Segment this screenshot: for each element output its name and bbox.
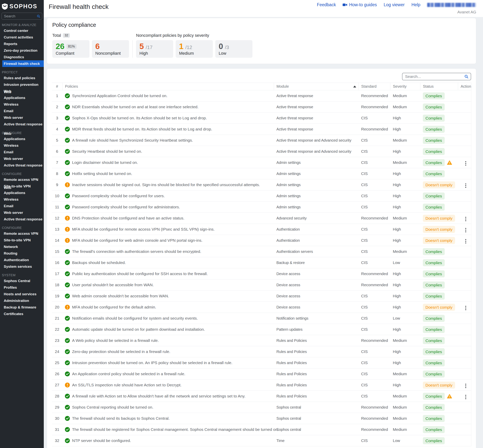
sidebar-item-active-threat-response[interactable]: Active threat response	[0, 216, 44, 223]
table-row: 2 NDR Essentials should be turned on and…	[52, 101, 471, 112]
standard-cell: CIS	[359, 201, 390, 213]
sidebar-item-profiles[interactable]: Profiles	[0, 284, 44, 291]
sidebar: SOPHOS MONITOR & ANALYZEControl centerCu…	[0, 0, 44, 448]
status-badge: Complies	[423, 259, 445, 266]
sidebar-item-email[interactable]: Email	[0, 149, 44, 155]
status-badge: Doesn't comply	[423, 304, 455, 311]
sidebar-item-site-to-site-vpn[interactable]: Site-to-site VPN Web	[0, 183, 44, 190]
alert-circle-icon	[65, 182, 70, 187]
kebab-menu-icon[interactable]	[464, 305, 467, 311]
sidebar-item-email[interactable]: Email	[0, 203, 44, 209]
sidebar-item-routing[interactable]: Routing	[0, 250, 44, 257]
column-header-severity[interactable]: Severity	[390, 83, 420, 90]
severity-cell: Low	[390, 313, 420, 324]
sidebar-item-zero-day-protection[interactable]: Zero-day protection	[0, 47, 44, 54]
policy-text: MFA should be configured for remote acce…	[72, 227, 215, 232]
column-header-module[interactable]: Module	[274, 83, 359, 90]
kebab-menu-icon[interactable]	[464, 383, 467, 389]
table-row: 23 A Web policy should be selected in a …	[52, 335, 471, 346]
severity-cell: Medium	[390, 424, 420, 435]
sidebar-item-rules-and-policies[interactable]: Rules and policies	[0, 75, 44, 81]
sidebar-item-remote-access-vpn[interactable]: Remote access VPN	[0, 176, 44, 183]
sidebar-item-active-threat-response[interactable]: Active threat response	[0, 162, 44, 168]
status-badge: Complies	[423, 337, 445, 344]
column-header-status[interactable]: Status	[420, 83, 458, 90]
sidebar-item-wireless[interactable]: Wireless	[0, 101, 44, 108]
row-number: 14	[52, 235, 62, 246]
sidebar-item-remote-access-vpn[interactable]: Remote access VPN	[0, 230, 44, 237]
sidebar-item-wireless[interactable]: Wireless	[0, 142, 44, 149]
header-link-help[interactable]: Help	[411, 2, 420, 7]
column-header-policies[interactable]: Policies	[62, 83, 274, 90]
kebab-menu-icon[interactable]	[464, 182, 467, 189]
sidebar-search[interactable]	[1, 13, 42, 20]
column-header-standard[interactable]: Standard	[359, 83, 390, 90]
policy-text: Backups should be scheduled.	[72, 260, 126, 265]
status-badge: Complies	[423, 293, 445, 300]
row-number: 21	[52, 313, 62, 324]
sidebar-item-web-server[interactable]: Web server	[0, 114, 44, 121]
table-search[interactable]	[402, 73, 471, 80]
standard-cell: CIS	[359, 391, 390, 402]
status-badge: Complies	[423, 437, 445, 444]
sidebar-item-backup-firmware[interactable]: Backup & firmware	[0, 304, 44, 311]
sidebar-item-web-server[interactable]: Web server	[0, 209, 44, 216]
sidebar-item-web[interactable]: Web Web	[0, 88, 44, 95]
user-email-redacted[interactable]	[427, 3, 476, 7]
row-number: 29	[52, 402, 62, 413]
status-badge: Complies	[423, 248, 445, 255]
sidebar-item-sophos-central[interactable]: Sophos Central	[0, 278, 44, 284]
sidebar-item-intrusion-prevention[interactable]: Intrusion prevention	[0, 81, 44, 88]
kebab-menu-icon[interactable]	[464, 160, 467, 167]
policy-text: Web admin console shouldn't be accessibl…	[72, 294, 169, 298]
total-label: Total	[52, 33, 61, 38]
sidebar-item-site-to-site-vpn[interactable]: Site-to-site VPN	[0, 237, 44, 243]
table-row: 25 Intrusion prevention should be turned…	[52, 357, 471, 368]
status-badge: Doesn't comply	[423, 181, 455, 188]
sidebar-item-wireless[interactable]: Wireless	[0, 196, 44, 203]
sidebar-item-control-center[interactable]: Control center	[0, 27, 44, 34]
row-number: 3	[52, 112, 62, 124]
status-badge: Complies	[423, 92, 445, 99]
sidebar-item-network[interactable]: Network	[0, 243, 44, 250]
row-number: 20	[52, 302, 62, 313]
sidebar-search-input[interactable]	[4, 14, 37, 18]
check-circle-icon	[65, 282, 70, 287]
module-cell: Admin settings	[274, 201, 359, 213]
sidebar-item-applications[interactable]: Applications	[0, 136, 44, 142]
table-search-input[interactable]	[405, 74, 464, 79]
kebab-menu-icon[interactable]	[464, 216, 467, 222]
sidebar-item-current-activities[interactable]: Current activities	[0, 34, 44, 40]
header-link-feedback[interactable]: Feedback	[317, 2, 336, 7]
policy-text: A Web policy should be selected in a fir…	[72, 338, 159, 343]
column-header-action[interactable]: Action	[458, 83, 471, 90]
sidebar-item-active-threat-response[interactable]: Active threat response	[0, 121, 44, 128]
table-row: 15 The firewall's connection with authen…	[52, 246, 471, 257]
sidebar-item-diagnostics[interactable]: Diagnostics	[0, 54, 44, 60]
kebab-menu-icon[interactable]	[464, 227, 467, 233]
sidebar-item-firewall-health-check[interactable]: Firewall health check	[2, 60, 44, 67]
main-area: Firewall health check Feedback How-to gu…	[44, 0, 483, 448]
kebab-menu-icon[interactable]	[464, 394, 467, 400]
sidebar-item-applications[interactable]: Applications	[0, 95, 44, 101]
check-circle-icon	[65, 260, 70, 265]
sidebar-item-administration[interactable]: Administration	[0, 297, 44, 304]
sidebar-item-authentication[interactable]: Authentication	[0, 257, 44, 263]
sophos-logo[interactable]: SOPHOS	[0, 0, 44, 10]
sidebar-item-reports[interactable]: Reports	[0, 40, 44, 47]
module-cell: Device access	[274, 302, 359, 313]
sidebar-item-certificates[interactable]: Certificates	[0, 311, 44, 317]
row-number: 8	[52, 168, 62, 179]
sidebar-item-web-server[interactable]: Web server	[0, 155, 44, 162]
severity-cell: High	[390, 124, 420, 135]
summary-card-high: 5 /17 High	[136, 40, 173, 58]
header-link-how-to-guides[interactable]: How-to guides	[343, 2, 377, 7]
header-link-log-viewer[interactable]: Log viewer	[384, 2, 404, 7]
module-cell: Active threat response	[274, 101, 359, 112]
sidebar-item-hosts-and-services[interactable]: Hosts and services	[0, 291, 44, 297]
column-header-number[interactable]: #	[52, 83, 62, 90]
sidebar-item-system-services[interactable]: System services	[0, 263, 44, 270]
sidebar-item-configure[interactable]: CONFIGURE Web	[0, 130, 44, 136]
kebab-menu-icon[interactable]	[464, 238, 467, 245]
sidebar-item-email[interactable]: Email	[0, 108, 44, 114]
